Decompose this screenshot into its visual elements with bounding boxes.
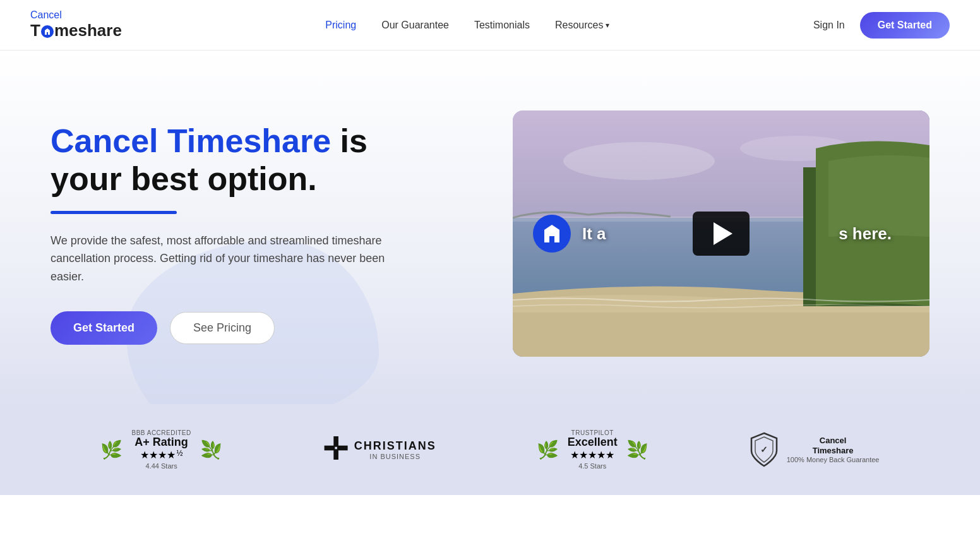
laurel-left-icon: 🌿 [100, 439, 122, 460]
chevron-down-icon: ▾ [606, 21, 609, 30]
christians-text: CHRISTIANS IN BUSINESS [354, 439, 436, 460]
christians-logo: ✛ CHRISTIANS IN BUSINESS [323, 434, 436, 465]
laurel-right-icon: 🌿 [200, 439, 222, 460]
guarantee-sub: 100% Money Back Guarantee [787, 456, 880, 463]
shield-text: CancelTimeshare 100% Money Back Guarante… [787, 436, 880, 463]
laurel-tp-right-icon: 🌿 [626, 439, 648, 460]
svg-point-1 [563, 142, 715, 180]
hero-section: Cancel Timeshare is your best option. We… [0, 51, 980, 404]
hero-video[interactable]: It a s here. [513, 110, 929, 357]
nav-guarantee[interactable]: Our Guarantee [381, 20, 449, 30]
hero-heading-blue: Cancel Timeshare [51, 122, 331, 159]
svg-text:✓: ✓ [760, 445, 768, 455]
trustpilot-center: TrustPilot Excellent ★★★★★ 4.5 Stars [563, 429, 623, 470]
bbb-laurel: 🌿 BBB Accredited A+ Rating ★★★★½ 4.44 St… [100, 429, 222, 470]
guarantee-title: CancelTimeshare [787, 436, 880, 455]
video-text-left: It a [582, 224, 606, 244]
logo-cancel: Cancel [30, 9, 62, 20]
christians-badge: ✛ CHRISTIANS IN BUSINESS [323, 434, 436, 465]
navbar: Cancel Tmeshare Pricing Our Guarantee Te… [0, 0, 980, 51]
hero-underline [51, 211, 177, 214]
hero-buttons: Get Started See Pricing [51, 311, 429, 345]
bbb-rating: A+ Rating [131, 436, 191, 448]
get-started-nav-button[interactable]: Get Started [860, 12, 950, 39]
trustpilot-stars: ★★★★★ [568, 449, 618, 461]
trustpilot-badge: 🌿 TrustPilot Excellent ★★★★★ 4.5 Stars 🌿 [537, 429, 648, 470]
nav-right: Sign In Get Started [813, 12, 950, 39]
cross-icon: ✛ [323, 434, 348, 465]
laurel-tp-left-icon: 🌿 [537, 439, 559, 460]
see-pricing-button[interactable]: See Pricing [170, 312, 275, 344]
video-text-right: s here. [839, 224, 892, 244]
hero-description: We provide the safest, most affordable a… [51, 232, 391, 286]
video-logo-icon [542, 224, 562, 244]
trustpilot-laurel: 🌿 TrustPilot Excellent ★★★★★ 4.5 Stars 🌿 [537, 429, 648, 470]
hero-heading: Cancel Timeshare is your best option. [51, 122, 429, 198]
shield-badge: ✓ CancelTimeshare 100% Money Back Guaran… [749, 432, 880, 467]
bbb-sub: 4.44 Stars [131, 462, 191, 470]
shield-icon: ✓ [749, 432, 779, 467]
nav-links: Pricing Our Guarantee Testimonials Resou… [325, 20, 609, 31]
guarantee-badge: ✓ CancelTimeshare 100% Money Back Guaran… [749, 432, 880, 467]
get-started-hero-button[interactable]: Get Started [51, 311, 157, 345]
logo[interactable]: Cancel Tmeshare [30, 9, 122, 40]
hero-content: Cancel Timeshare is your best option. We… [51, 122, 429, 345]
trustpilot-rating: Excellent [568, 436, 618, 448]
logo-icon [41, 25, 54, 38]
trustpilot-sub: 4.5 Stars [568, 462, 618, 470]
nav-pricing[interactable]: Pricing [325, 20, 356, 30]
play-button[interactable] [693, 212, 750, 256]
bbb-center: BBB Accredited A+ Rating ★★★★½ 4.44 Star… [126, 429, 196, 470]
christians-top-text: CHRISTIANS [354, 439, 436, 453]
signin-link[interactable]: Sign In [813, 20, 845, 31]
bbb-stars: ★★★★½ [131, 449, 191, 461]
nav-resources[interactable]: Resources ▾ [555, 20, 609, 31]
trust-section: 🌿 BBB Accredited A+ Rating ★★★★½ 4.44 St… [0, 404, 980, 495]
christians-bottom-text: IN BUSINESS [354, 453, 436, 460]
nav-testimonials[interactable]: Testimonials [474, 20, 530, 30]
bbb-badge: 🌿 BBB Accredited A+ Rating ★★★★½ 4.44 St… [100, 429, 222, 470]
video-logo-overlay [533, 215, 571, 253]
